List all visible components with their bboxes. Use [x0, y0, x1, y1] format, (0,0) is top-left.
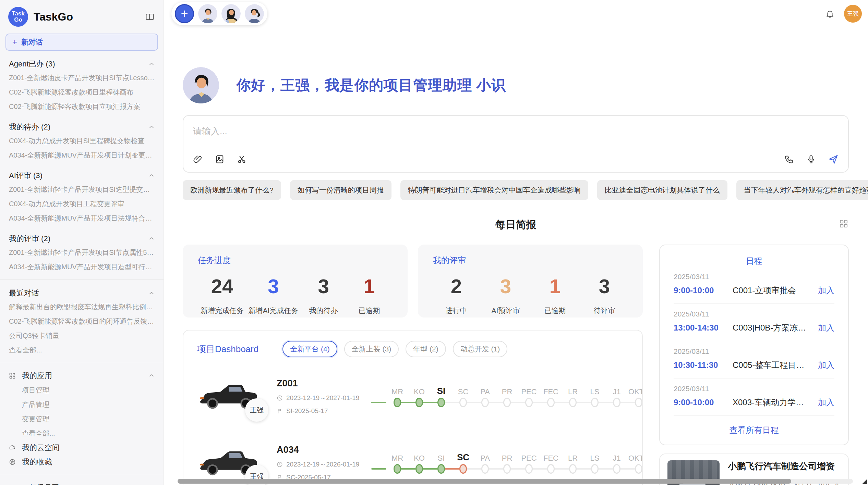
my-apps-label: 我的应用 — [22, 371, 148, 381]
milestone-track: MR KO SI SC PA PR PEC FEC LR LS J1 — [371, 450, 643, 475]
list-item[interactable]: C02-飞腾新能源轻客改款项目立项汇报方案 — [0, 99, 164, 114]
schedule-item: 2025/03/11 13:00-14:30 C003|H0B-方案冻结评审 加… — [674, 310, 834, 341]
flag-icon — [277, 408, 283, 414]
sidebar: Task Go TaskGo + 新对话 Agent已办 (3) Z001-全新… — [0, 0, 164, 485]
divider — [674, 378, 834, 378]
notification-bell-icon[interactable] — [825, 9, 834, 18]
task-progress-card: 任务进度 24新增完成任务 3新增AI完成任务 3我的待办 1已逾期 — [183, 245, 408, 318]
schedule-item: 2025/03/11 10:30-11:30 C005-整车工程目标评审 加入 — [674, 347, 834, 378]
milestone-label: OKTB — [628, 384, 643, 396]
list-item[interactable]: A034-全新新能源MUV产品开发项目造型可行性评审 — [0, 260, 164, 274]
stat: 3待评审 — [584, 275, 625, 315]
scissors-icon[interactable] — [237, 154, 246, 164]
team-pill-bar: + — [171, 2, 267, 25]
tab-new-body[interactable]: 全新上装 (3) — [344, 341, 399, 357]
attachment-icon[interactable] — [193, 154, 203, 164]
list-item[interactable]: Z001-全新燃油皮卡产品开发项目SI节点Lesson Learn报告 — [0, 71, 164, 85]
news-title: 小鹏飞行汽车制造公司增资 — [728, 460, 841, 472]
greeting-text: 你好，王强，我是你的项目管理助理 小识 — [236, 76, 506, 95]
join-button[interactable]: 加入 — [818, 397, 834, 408]
list-item[interactable]: A034-全新新能源MUV产品开发项目法规符合性评审 — [0, 211, 164, 225]
schedule-date: 2025/03/11 — [674, 385, 834, 393]
chevron-up-icon — [148, 173, 155, 179]
message-composer[interactable]: 请输入... — [183, 115, 849, 173]
sidebar-item-my-apps[interactable]: 我的应用 — [0, 369, 164, 383]
view-all-schedule-link[interactable]: 查看所有日程 — [674, 425, 834, 436]
card-label: 任务进度 — [198, 255, 393, 266]
section-my-review[interactable]: 我的评审 (2) — [9, 234, 155, 244]
milestone-label: MR — [391, 450, 403, 463]
sidebar-item-project-mgmt[interactable]: 项目管理 — [0, 383, 164, 397]
user-avatar[interactable]: 王强 — [844, 5, 862, 23]
sidebar-item-change-mgmt[interactable]: 变更管理 — [0, 412, 164, 426]
horizontal-scrollbar[interactable] — [178, 479, 853, 484]
list-item[interactable]: C02-飞腾新能源轻客改款项目的闭环通告反馈情况 — [0, 314, 164, 328]
section-recent-chats[interactable]: 最近对话 — [9, 288, 155, 298]
list-item[interactable]: Z001-全新燃油轻卡产品开发项目SI节点属性5D文件评审 — [0, 245, 164, 260]
project-row[interactable]: 王强 A034 2023-12-19～2026-01-19 — [197, 435, 628, 485]
tab-year-model[interactable]: 年型 (2) — [406, 341, 446, 357]
divider — [674, 341, 834, 341]
scrollbar-thumb[interactable] — [178, 479, 791, 484]
join-button[interactable]: 加入 — [818, 285, 834, 296]
sidebar-item-product-mgmt[interactable]: 产品管理 — [0, 397, 164, 412]
section-label: 我的评审 (2) — [9, 234, 148, 244]
phone-call-icon[interactable] — [784, 154, 794, 164]
suggestion-chip[interactable]: 如何写一份清晰的项目周报 — [290, 180, 391, 200]
suggestion-chip[interactable]: 当下年轻人对汽车外观有怎样的喜好趋势 — [736, 180, 868, 200]
section-label: 最近对话 — [9, 288, 148, 298]
avatar[interactable] — [198, 4, 217, 23]
new-chat-button[interactable]: + 新对话 — [5, 34, 158, 51]
list-item[interactable]: C0X4-动力总成开发项目SI里程碑提交物检查 — [0, 134, 164, 148]
chevron-up-icon — [148, 290, 155, 296]
milestone-label: J1 — [613, 450, 620, 463]
section-agent-done[interactable]: Agent已办 (3) — [9, 59, 155, 69]
suggestion-chip[interactable]: 特朗普可能对进口汽车增税会对中国车企造成哪些影响 — [400, 180, 588, 200]
stat: 3AI预评审 — [485, 275, 526, 315]
tab-new-platform[interactable]: 全新平台 (4) — [282, 341, 337, 357]
list-item[interactable]: Z001-全新燃油轻卡产品开发项目SI造型提交物评审 — [0, 182, 164, 197]
join-button[interactable]: 加入 — [818, 322, 834, 333]
list-item[interactable]: 解释最新出台的欧盟报废车法规再生塑料比例被调至15%... — [0, 300, 164, 314]
user-name: 王强 — [847, 10, 859, 18]
project-row[interactable]: 王强 Z001 2023-12-19～2027-01-19 — [197, 369, 628, 424]
schedule-time: 13:00-14:30 — [674, 323, 733, 333]
list-item[interactable]: A034-全新新能源MUV产品开发项目计划变更表编写 — [0, 148, 164, 162]
suggestion-chip[interactable]: 比亚迪全固态电池计划具体说了什么 — [597, 180, 727, 200]
avatar[interactable] — [245, 4, 264, 23]
image-icon[interactable] — [215, 154, 225, 164]
plus-icon: + — [181, 7, 188, 21]
list-item[interactable]: C0X4-动力总成开发项目工程变更评审 — [0, 197, 164, 211]
list-item[interactable]: C02-飞腾新能源轻客改款项目里程碑画布 — [0, 85, 164, 99]
avatar[interactable] — [221, 4, 241, 23]
my-review-card: 我的评审 2进行中 3AI预评审 1已逾期 3待评审 — [418, 245, 643, 318]
tab-powertrain[interactable]: 动总开发 (1) — [453, 341, 508, 357]
sidebar-item-cloud-space[interactable]: 我的云空间 — [0, 440, 164, 455]
sidebar-item-ai-staff[interactable]: AI超级员工 — [0, 481, 164, 485]
stat: 3新增AI完成任务 — [248, 275, 298, 315]
schedule-date: 2025/03/11 — [674, 310, 834, 318]
new-chat-label: 新对话 — [21, 37, 43, 47]
section-my-todo[interactable]: 我的待办 (2) — [9, 122, 155, 132]
send-icon[interactable] — [828, 154, 839, 164]
project-dates: 2023-12-19～2027-01-19 — [277, 394, 362, 402]
star-icon — [9, 458, 16, 466]
section-ai-review[interactable]: AI评审 (3) — [9, 171, 155, 181]
microphone-icon[interactable] — [806, 154, 816, 164]
list-item[interactable]: 公司Q3轻卡销量 — [0, 328, 164, 343]
join-button[interactable]: 加入 — [818, 360, 834, 371]
schedule-card: 日程 2025/03/11 9:00-10:00 C001-立项审批会 加入 2 — [659, 245, 849, 445]
collapse-sidebar-icon[interactable] — [145, 12, 155, 22]
milestone-label: PA — [480, 450, 490, 463]
layout-grid-icon[interactable] — [839, 219, 849, 229]
view-all-recent[interactable]: 查看全部... — [0, 343, 164, 357]
stat: 2进行中 — [436, 275, 477, 315]
suggestion-chip[interactable]: 欧洲新规最近颁布了什么? — [183, 180, 281, 200]
project-code: A034 — [277, 445, 362, 455]
add-member-button[interactable]: + — [175, 4, 194, 23]
schedule-name: C001-立项审批会 — [733, 285, 812, 296]
view-all-apps[interactable]: 查看全部... — [0, 426, 164, 440]
sidebar-item-favorites[interactable]: 我的收藏 — [0, 455, 164, 469]
project-dates: 2023-12-19～2026-01-19 — [277, 460, 362, 469]
milestone-label: SI — [438, 450, 445, 463]
